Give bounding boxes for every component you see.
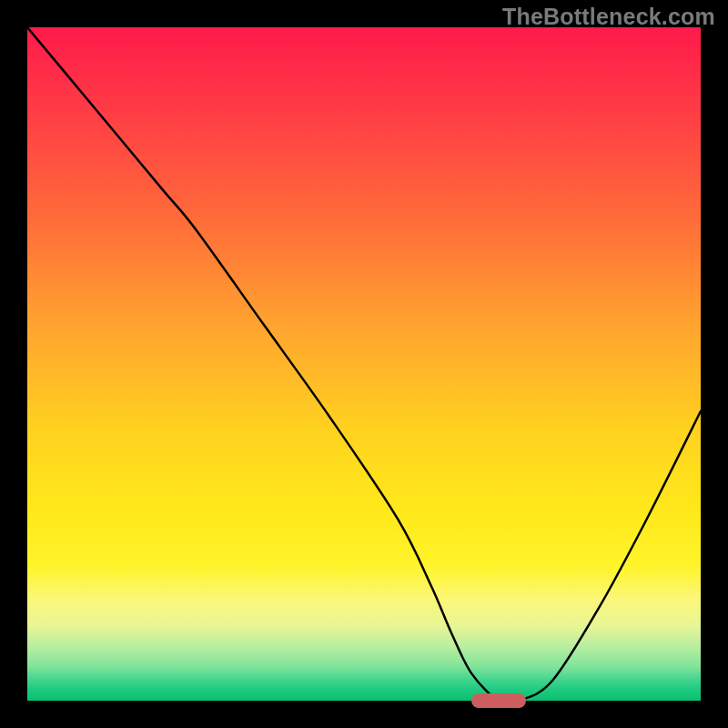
- bottleneck-curve: [27, 27, 701, 701]
- watermark-text: TheBottleneck.com: [502, 4, 715, 30]
- plot-area: [27, 27, 701, 701]
- chart-frame: TheBottleneck.com: [0, 0, 728, 728]
- optimal-marker: [471, 693, 525, 708]
